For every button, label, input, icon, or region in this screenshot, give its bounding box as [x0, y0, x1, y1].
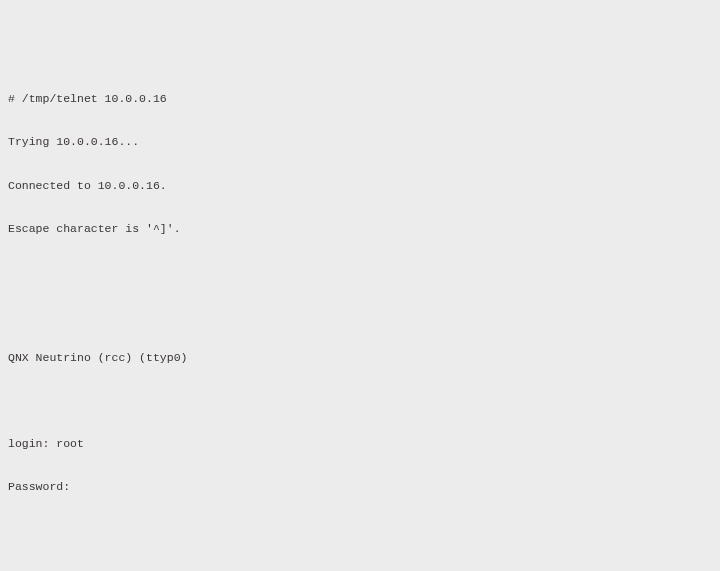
- blank-line: [8, 394, 712, 408]
- login-prompt: login: root: [8, 437, 712, 451]
- escape-line: Escape character is '^]'.: [8, 222, 712, 236]
- blank-line: [8, 308, 712, 322]
- os-banner: QNX Neutrino (rcc) (ttyp0): [8, 351, 712, 365]
- password-prompt: Password:: [8, 480, 712, 494]
- blank-line: [8, 265, 712, 279]
- terminal-output: # /tmp/telnet 10.0.0.16 Trying 10.0.0.16…: [8, 64, 712, 572]
- blank-line: [8, 524, 712, 538]
- telnet-cmd: # /tmp/telnet 10.0.0.16: [8, 92, 712, 106]
- connected-line: Connected to 10.0.0.16.: [8, 179, 712, 193]
- trying-line: Trying 10.0.0.16...: [8, 135, 712, 149]
